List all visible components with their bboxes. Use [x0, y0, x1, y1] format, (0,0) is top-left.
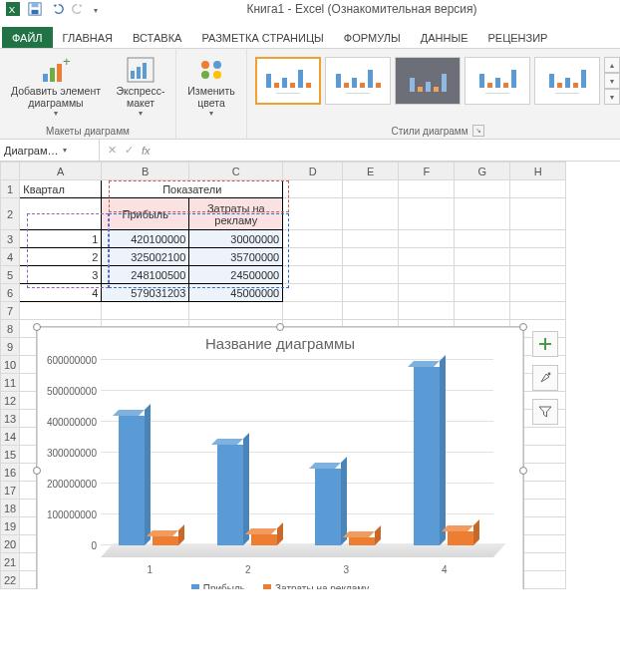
- tab-home[interactable]: ГЛАВНАЯ: [53, 27, 123, 48]
- row-header[interactable]: 11: [1, 374, 20, 392]
- row-header[interactable]: 9: [1, 338, 20, 356]
- tab-file[interactable]: ФАЙЛ: [2, 27, 53, 48]
- cell[interactable]: 325002100: [102, 248, 189, 266]
- chart-plot-area[interactable]: 0100000000200000000300000000400000000500…: [101, 358, 493, 557]
- col-header[interactable]: E: [343, 163, 399, 180]
- col-header[interactable]: H: [510, 163, 566, 180]
- cell[interactable]: 45000000: [189, 284, 283, 302]
- legend-item: Прибыль: [203, 583, 245, 589]
- fx-icon[interactable]: fx: [142, 145, 151, 157]
- styles-more-icon[interactable]: ▾: [604, 89, 620, 105]
- cell[interactable]: [20, 198, 102, 230]
- row-header[interactable]: 17: [1, 482, 20, 500]
- change-colors-button[interactable]: Изменить цвета ▾: [180, 51, 242, 118]
- select-all[interactable]: [1, 163, 20, 180]
- row-header[interactable]: 14: [1, 428, 20, 446]
- cell[interactable]: 4: [20, 284, 102, 302]
- styles-scroll-up-icon[interactable]: ▴: [604, 57, 620, 73]
- chart-style-3[interactable]: [395, 57, 461, 105]
- chart-style-1[interactable]: ————: [255, 57, 321, 105]
- svg-text:X: X: [9, 4, 16, 15]
- row-header[interactable]: 10: [1, 356, 20, 374]
- row-header[interactable]: 1: [1, 180, 20, 198]
- chevron-down-icon: ▾: [63, 146, 67, 155]
- tab-formulas[interactable]: ФОРМУЛЫ: [334, 27, 411, 48]
- row-header[interactable]: 6: [1, 284, 20, 302]
- row-header[interactable]: 16: [1, 464, 20, 482]
- row-header[interactable]: 18: [1, 500, 20, 517]
- svg-point-17: [548, 373, 551, 376]
- col-header[interactable]: C: [189, 163, 283, 180]
- save-icon[interactable]: [28, 2, 42, 18]
- cell[interactable]: Прибыль: [102, 198, 189, 230]
- quick-layout-label: Экспресс-макет: [110, 85, 171, 109]
- quick-layout-button[interactable]: Экспресс-макет ▾: [110, 51, 171, 118]
- svg-rect-11: [137, 67, 141, 79]
- cell[interactable]: 1: [20, 230, 102, 248]
- svg-text:+: +: [63, 56, 71, 69]
- cell[interactable]: Показатели: [102, 180, 283, 198]
- cancel-icon[interactable]: ✕: [108, 144, 117, 157]
- chart-styles-gallery: ———— ———— ———— ———— ▴ ▾ ▾: [251, 51, 620, 123]
- group-styles-label: Стили диаграмм: [391, 126, 467, 137]
- legend-item: Затраты на рекламу: [275, 583, 369, 589]
- col-header[interactable]: B: [102, 163, 189, 180]
- row-header[interactable]: 19: [1, 517, 20, 535]
- tab-page-layout[interactable]: РАЗМЕТКА СТРАНИЦЫ: [191, 27, 333, 48]
- chart-style-2[interactable]: ————: [325, 57, 391, 105]
- row-header[interactable]: 5: [1, 266, 20, 284]
- chart-legend[interactable]: Прибыль Затраты на рекламу: [37, 583, 523, 589]
- cell[interactable]: 420100000: [102, 230, 189, 248]
- cell[interactable]: 35700000: [189, 248, 283, 266]
- enter-icon[interactable]: ✓: [125, 144, 134, 157]
- row-header[interactable]: 20: [1, 535, 20, 553]
- name-box[interactable]: Диаграм…▾: [0, 140, 100, 161]
- chart-filter-button[interactable]: [532, 399, 558, 425]
- undo-icon[interactable]: [50, 2, 64, 18]
- qat-dropdown-icon[interactable]: ▾: [94, 6, 98, 15]
- cell[interactable]: 3: [20, 266, 102, 284]
- col-header[interactable]: F: [399, 163, 455, 180]
- tab-insert[interactable]: ВСТАВКА: [123, 27, 191, 48]
- row-header[interactable]: 8: [1, 320, 20, 338]
- cell[interactable]: 579031203: [102, 284, 189, 302]
- chart-style-5[interactable]: ————: [534, 57, 600, 105]
- row-header[interactable]: 12: [1, 392, 20, 410]
- tab-data[interactable]: ДАННЫЕ: [411, 27, 478, 48]
- row-header[interactable]: 22: [1, 571, 20, 589]
- svg-rect-6: [50, 68, 55, 82]
- add-chart-element-label: Добавить элемент диаграммы: [4, 85, 108, 109]
- excel-icon: X: [6, 2, 20, 18]
- chart-style-4[interactable]: ————: [465, 57, 530, 105]
- svg-point-15: [201, 71, 209, 79]
- cell[interactable]: 248100500: [102, 266, 189, 284]
- col-header[interactable]: G: [455, 163, 510, 180]
- row-header[interactable]: 2: [1, 198, 20, 230]
- dialog-launcher-icon[interactable]: ↘: [472, 125, 484, 137]
- styles-scroll-down-icon[interactable]: ▾: [604, 73, 620, 89]
- redo-icon[interactable]: [72, 2, 86, 18]
- chevron-down-icon: ▾: [139, 109, 143, 118]
- cell[interactable]: 30000000: [189, 230, 283, 248]
- cell[interactable]: 24500000: [189, 266, 283, 284]
- row-header[interactable]: 21: [1, 553, 20, 571]
- row-header[interactable]: 3: [1, 230, 20, 248]
- tab-review[interactable]: РЕЦЕНЗИР: [477, 27, 557, 48]
- svg-rect-10: [131, 71, 135, 79]
- col-header[interactable]: D: [283, 163, 343, 180]
- chart-styles-button[interactable]: [532, 365, 558, 391]
- row-header[interactable]: 7: [1, 302, 20, 320]
- row-header[interactable]: 15: [1, 446, 20, 464]
- svg-point-14: [213, 61, 221, 69]
- cell[interactable]: Затраты на рекламу: [189, 198, 283, 230]
- chart-object[interactable]: Название диаграммы 010000000020000000030…: [36, 326, 524, 589]
- cell[interactable]: 2: [20, 248, 102, 266]
- chart-elements-button[interactable]: [532, 331, 558, 357]
- col-header[interactable]: A: [20, 163, 102, 180]
- svg-rect-3: [32, 3, 39, 7]
- row-header[interactable]: 13: [1, 410, 20, 428]
- spreadsheet[interactable]: A B C D E F G H 1 Квартал Показатели 2 П…: [0, 162, 620, 589]
- row-header[interactable]: 4: [1, 248, 20, 266]
- add-chart-element-button[interactable]: + Добавить элемент диаграммы ▾: [4, 51, 108, 118]
- cell[interactable]: Квартал: [20, 180, 102, 198]
